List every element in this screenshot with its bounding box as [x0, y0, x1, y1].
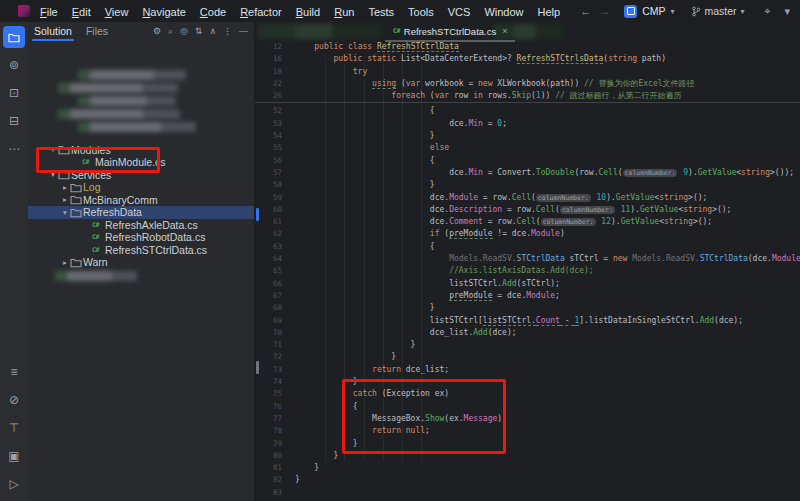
menu-refactor[interactable]: Refactor	[240, 6, 282, 18]
code-line-75[interactable]: 75 catch (Exception ex)	[255, 388, 800, 400]
tree-item-refreshrobotdata-cs[interactable]: C#RefreshRobotData.cs	[28, 231, 254, 244]
tree-item-mcbinarycomm[interactable]: ▸McBinaryComm	[28, 194, 254, 207]
code-line-74[interactable]: 74 }	[255, 376, 800, 388]
code-line-62[interactable]: 62 if (preModule != dce.Module)	[255, 228, 800, 240]
code-line-60[interactable]: 60 dce.Description = row.Cell(columnNumb…	[255, 204, 800, 216]
menu-tools[interactable]: Tools	[408, 6, 434, 18]
code-line-69[interactable]: 69 listSTCtrl[listSTCtrl.Count - 1].list…	[255, 315, 800, 327]
run-widget[interactable]: CMP ▾	[624, 5, 674, 18]
menu-build[interactable]: Build	[296, 6, 320, 18]
hide-panel-icon[interactable]: —	[239, 26, 248, 37]
menu-edit[interactable]: Edit	[72, 6, 91, 18]
code-line-53[interactable]: 53 dce.Min = 0;	[255, 118, 800, 130]
censored-tree-item	[78, 122, 196, 132]
code-line-76[interactable]: 76 {	[255, 401, 800, 413]
tree-item-refreshdata[interactable]: ▾RefreshData	[28, 206, 254, 219]
chevron-right-icon[interactable]: ▸	[60, 195, 70, 204]
code-text: dce.Comment = row.Cell(columnNumber: 12)…	[295, 216, 800, 228]
tree-item-warn[interactable]: ▸Warn	[28, 256, 254, 269]
menu-navigate[interactable]: Navigate	[142, 6, 185, 18]
code-line-52[interactable]: 52 {	[255, 105, 800, 117]
todo-tool-icon[interactable]: ≡	[3, 361, 25, 383]
code-line-77[interactable]: 77 MessageBox.Show(ex.Message);	[255, 413, 800, 425]
tab-solution[interactable]: Solution	[34, 25, 72, 37]
code-line-22[interactable]: 22 using (var workbook = new XLWorkbook(…	[255, 78, 800, 90]
code-line-57[interactable]: 57 dce.Min = Convert.ToDouble(row.Cell(c…	[255, 167, 800, 179]
menu-vcs[interactable]: VCS	[448, 6, 471, 18]
menu-view[interactable]: View	[105, 6, 129, 18]
commit-tool-icon[interactable]: ⊚	[3, 54, 25, 76]
code-line-55[interactable]: 55 else	[255, 142, 800, 154]
code-line-71[interactable]: 71 }	[255, 339, 800, 351]
code-line-58[interactable]: 58 }	[255, 179, 800, 191]
locate-file-icon[interactable]: ◎	[180, 26, 188, 37]
chevron-right-icon[interactable]: ▸	[60, 183, 70, 192]
endpoints-tool-icon[interactable]: ⊤	[3, 417, 25, 439]
code-line-78[interactable]: 78 return null;	[255, 425, 800, 437]
code-text: }	[295, 179, 800, 191]
code-line-68[interactable]: 68 }	[255, 302, 800, 314]
tree-item-mainmodule-cs[interactable]: C#MainModule.cs	[28, 156, 254, 169]
menu-run[interactable]: Run	[334, 6, 354, 18]
back-arrow-icon[interactable]: ←	[580, 5, 591, 17]
search-everywhere-icon[interactable]: ⌖	[764, 5, 770, 18]
code-line-79[interactable]: 79 }	[255, 438, 800, 450]
forward-arrow-icon[interactable]: →	[599, 5, 610, 17]
chevron-down-icon[interactable]: ▾	[60, 208, 70, 217]
tab-refreshstctrldata[interactable]: C# RefreshSTCtrlData.cs ×	[385, 22, 515, 42]
code-line-63[interactable]: 63 {	[255, 241, 800, 253]
code-line-12[interactable]: 12 public class RefreshSTCtrlData	[255, 41, 800, 53]
tree-item-refreshaxledata-cs[interactable]: C#RefreshAxleData.cs	[28, 219, 254, 232]
code-line-67[interactable]: 67 preModule = dce.Module;	[255, 290, 800, 302]
more-options-icon[interactable]: ⋮	[223, 26, 232, 37]
menu-tests[interactable]: Tests	[368, 6, 394, 18]
code-line-65[interactable]: 65 //Axis.listAxisDatas.Add(dce);	[255, 265, 800, 277]
menu-window[interactable]: Window	[484, 6, 523, 18]
code-editor[interactable]: 12 public class RefreshSTCtrlData16 publ…	[255, 40, 800, 501]
view-options-icon[interactable]: ⚙	[153, 26, 161, 37]
code-line-59[interactable]: 59 dce.Module = row.Cell(columnNumber: 1…	[255, 192, 800, 204]
chevron-down-icon: ▾	[670, 7, 674, 16]
terminal-tool-icon[interactable]: ▣	[3, 445, 25, 467]
tree-item-log[interactable]: ▸Log	[28, 181, 254, 194]
tree-item-modules[interactable]: ▾Modules	[28, 144, 254, 157]
code-line-83[interactable]: 83	[255, 487, 800, 499]
code-line-81[interactable]: 81 }	[255, 462, 800, 474]
code-line-82[interactable]: 82}	[255, 474, 800, 486]
chevron-right-icon[interactable]: ▸	[60, 258, 70, 267]
line-number: 82	[255, 474, 295, 486]
run-tool-icon[interactable]: ▷	[3, 473, 25, 495]
bookmarks-tool-icon[interactable]: ⊟	[3, 110, 25, 132]
menu-file[interactable]: File	[40, 6, 58, 18]
problems-tool-icon[interactable]: ⊘	[3, 389, 25, 411]
structure-tool-icon[interactable]: ⊡	[3, 82, 25, 104]
tab-label: RefreshSTCtrlData.cs	[404, 26, 496, 37]
chevron-down-icon[interactable]: ▾	[48, 145, 58, 154]
code-line-66[interactable]: 66 listSTCtrl.Add(sTCtrl);	[255, 278, 800, 290]
code-line-80[interactable]: 80 }	[255, 450, 800, 462]
code-line-73[interactable]: 73 return dce_list;	[255, 364, 800, 376]
expand-nodes-icon[interactable]: ⇅	[195, 26, 203, 37]
close-icon[interactable]: ×	[502, 26, 507, 36]
code-line-54[interactable]: 54 }	[255, 130, 800, 142]
code-line-18[interactable]: 18 try	[255, 66, 800, 78]
tree-item-services[interactable]: ▾Services	[28, 169, 254, 182]
hide-toolbar-icon[interactable]: ▾	[784, 5, 790, 18]
code-line-72[interactable]: 72 }	[255, 351, 800, 363]
search-icon[interactable]: ⌕	[168, 26, 173, 37]
chevron-down-icon[interactable]: ▾	[48, 170, 58, 179]
code-line-26[interactable]: 26 foreach (var row in rows.Skip(1)) // …	[255, 90, 800, 102]
code-line-56[interactable]: 56 {	[255, 155, 800, 167]
code-line-61[interactable]: 61 dce.Comment = row.Cell(columnNumber: …	[255, 216, 800, 228]
menu-code[interactable]: Code	[200, 6, 226, 18]
project-tool-icon[interactable]	[3, 26, 25, 48]
tree-item-refreshstctrldata-cs[interactable]: C#RefreshSTCtrlData.cs	[28, 244, 254, 257]
code-line-64[interactable]: 64 Models.ReadSV.STCtrlData sTCtrl = new…	[255, 253, 800, 265]
branch-widget[interactable]: master ▾	[691, 5, 745, 17]
collapse-all-icon[interactable]: ∧	[209, 26, 216, 37]
code-line-70[interactable]: 70 dce_list.Add(dce);	[255, 327, 800, 339]
menu-help[interactable]: Help	[538, 6, 561, 18]
more-tool-windows-icon[interactable]: ⋯	[3, 138, 25, 160]
tab-files[interactable]: Files	[86, 25, 108, 37]
code-line-16[interactable]: 16 public static List<DataCenterExtend>?…	[255, 53, 800, 65]
